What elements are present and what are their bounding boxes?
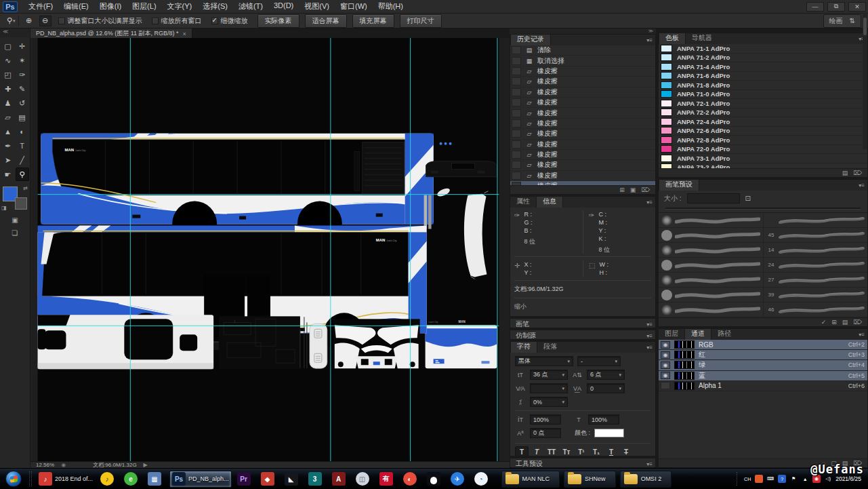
brush-panel-menu-icon[interactable]: ▾≡ [859,182,865,189]
history-source-checkbox[interactable] [512,98,521,106]
swatch-row[interactable]: ANPA 73-1 AdPro [659,154,867,163]
status-arrow-icon[interactable]: ▶ [144,462,148,468]
taskbar-app-button[interactable]: ◆ [259,471,279,488]
minimize-button[interactable]: — [806,2,824,12]
options-button[interactable]: 打印尺寸 [400,14,442,28]
crop-tool[interactable]: ◰ [1,68,15,81]
taskbar-app-button[interactable] [425,471,445,488]
line-tool[interactable]: ╱ [16,153,29,167]
swatch-row[interactable]: ANPA 71-8 AdPro [659,81,867,90]
swatch-row[interactable]: ANPA 71-4 AdPro [659,62,867,72]
brush-preset-right[interactable]: 39 [763,288,867,302]
tray-icon[interactable]: ⌨ [766,475,774,483]
channel-row[interactable]: ◉ RGB Ctrl+2 [659,340,867,350]
swatch-color-chip[interactable] [661,109,672,116]
channel-row[interactable]: ◉ 蓝 Ctrl+5 [659,371,867,381]
option-checkbox[interactable]: 缩放所有窗口 [152,16,202,26]
history-state-row[interactable]: ▱ 橡皮擦 [510,171,655,181]
taskbar-app-button[interactable]: ◣ [283,471,303,488]
swatch-row[interactable]: ANPA 72-0 AdPro [659,145,867,155]
taskbar-app-button[interactable]: ♪ 2018 End of... [37,471,95,488]
visibility-eye-icon[interactable] [661,382,670,389]
brush-preset-left[interactable] [659,273,763,288]
lasso-tool[interactable]: ∿ [1,54,15,67]
dodge-tool[interactable]: ◐ [16,125,29,138]
history-brush-tool[interactable]: ↺ [16,96,29,110]
leading-select[interactable]: 6 点▾ [587,370,625,380]
history-state-row[interactable]: ▱ 橡皮擦 [510,98,655,108]
swatch-color-chip[interactable] [661,100,672,107]
proportional-spacing-select[interactable]: 0%▾ [530,397,568,407]
history-source-checkbox[interactable] [512,130,521,138]
taskbar-app-button[interactable]: Pr [235,471,255,488]
taskbar-app-button[interactable]: ✈ [449,471,469,488]
text-style-button[interactable]: T [530,446,543,456]
brush-preset-right[interactable]: 45 [763,228,867,243]
taskbar-folder-button[interactable]: OMSI 2 [620,471,672,488]
text-style-button[interactable]: T [604,446,618,456]
vertical-scale-input[interactable]: 100% [530,414,561,425]
option-checkbox[interactable]: 细微缩放 [211,16,248,26]
brush-panel-header[interactable]: 画笔▾≡ [510,318,656,328]
swatch-row[interactable]: ANPA 71-6 AdPro [659,72,867,81]
taskbar-app-button[interactable]: e [122,471,142,488]
tab-layers[interactable]: 图层 [659,328,684,340]
channel-row[interactable]: ◉ 红 Ctrl+3 [659,350,867,360]
swatch-color-chip[interactable] [661,81,672,89]
swatch-color-chip[interactable] [661,127,672,134]
history-state-row[interactable]: ▦ 取消选择 [510,56,655,66]
brush-preset-right[interactable]: 14 [763,243,867,258]
history-state-row[interactable]: ▱ 橡皮擦 [510,119,655,129]
history-source-checkbox[interactable] [512,46,521,54]
taskbar-app-button[interactable]: ♪ [98,471,119,488]
swatch-color-chip[interactable] [661,145,672,153]
tools-collapse-icon[interactable]: ≪ [0,28,30,37]
history-source-checkbox[interactable] [512,88,521,96]
channel-row[interactable]: ◉ 绿 Ctrl+4 [659,360,867,370]
swatch-color-chip[interactable] [661,163,672,168]
tab-properties[interactable]: 属性 [510,196,536,208]
swatch-row[interactable]: ANPA 72-6 AdPro [659,127,867,136]
menu-item[interactable]: 文字(Y) [162,0,198,13]
brush-preset-right[interactable] [763,213,867,228]
history-state-row[interactable]: ▱ 橡皮擦 [510,108,655,118]
brush-footer-icon[interactable]: ⌦ [853,319,862,326]
history-panel-menu-icon[interactable]: ▾≡ [646,37,653,43]
taskbar-folder-button[interactable]: SHNew [564,471,616,488]
brush-footer-icon[interactable]: ✓ [821,319,827,326]
zoom-out-button[interactable]: ⊖ [39,16,51,26]
tab-paths[interactable]: 路径 [711,328,737,340]
taskbar-app-button[interactable]: Ps PD_NB_alph... [169,471,232,488]
swatch-color-chip[interactable] [661,118,672,125]
workspace-switcher[interactable]: 绘画⇅ [823,14,861,28]
brush-preset-left[interactable] [659,258,763,273]
zoom-tool-icon[interactable]: ⚲▾ [4,16,19,26]
swap-colors-icon[interactable]: ⇄ [23,185,28,191]
quick-mask-icon[interactable]: ▣ [12,216,18,224]
history-source-checkbox[interactable] [512,161,521,169]
history-source-checkbox[interactable] [512,77,521,85]
taskbar-app-button[interactable]: 有 [377,471,398,488]
history-footer-icon[interactable]: ▣ [630,187,636,193]
checkbox-icon[interactable] [58,18,65,24]
brush-preset-left[interactable] [659,302,763,317]
eraser-tool[interactable]: ▱ [1,111,15,124]
menu-item[interactable]: 图层(L) [127,0,161,13]
tab-brush-presets[interactable]: 画笔预设 [659,179,699,191]
menu-item[interactable]: 窗口(W) [335,0,373,13]
close-button[interactable]: ✕ [848,2,866,12]
visibility-eye-icon[interactable]: ◉ [661,341,670,349]
history-source-checkbox[interactable] [512,172,521,180]
canvas[interactable]: MAN Lion's City [37,38,499,461]
magic-wand-tool[interactable]: ✶ [16,54,29,67]
tab-swatches[interactable]: 色板 [659,33,686,44]
history-footer-icon[interactable]: ⊞ [619,187,625,193]
tab-info[interactable]: 信息 [536,196,563,208]
swatch-row[interactable]: ANPA 72-1 AdPro [659,99,867,109]
taskbar-app-button[interactable]: A [330,471,350,488]
text-style-button[interactable]: T₁ [590,446,603,456]
tray-icon[interactable]: ⚑ [789,475,798,483]
menu-item[interactable]: 文件(F) [23,0,58,13]
history-state-row[interactable]: ▱ 橡皮擦 [510,181,655,185]
tab-history[interactable]: 历史记录 [510,34,551,45]
